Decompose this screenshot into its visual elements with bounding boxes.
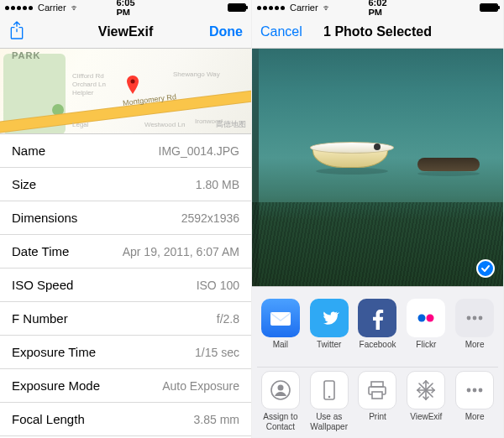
- svg-point-28: [467, 388, 471, 393]
- twitter-icon: [310, 299, 349, 337]
- map-street-label: Clifford Rd: [72, 72, 104, 80]
- table-row: F Numberf/2.8: [0, 302, 251, 336]
- cell-label: Twitter: [317, 340, 341, 358]
- svg-rect-15: [372, 392, 382, 399]
- cell-label: Mail: [273, 340, 288, 358]
- phone-viewexif: Carrier ᯤ 6:05 PM ViewExif Done PARK: [0, 0, 252, 438]
- wifi-icon: ᯤ: [323, 3, 332, 13]
- cell-label: More: [465, 412, 485, 430]
- signal-dot-icon: [269, 6, 273, 10]
- nav-bar: Cancel 1 Photo Selected: [252, 15, 503, 49]
- field-value: Auto Exposure: [162, 379, 239, 393]
- svg-point-10: [277, 385, 283, 391]
- done-button[interactable]: Done: [209, 24, 243, 39]
- table-row: Exposure Time1/15 sec: [0, 336, 251, 369]
- svg-point-8: [479, 316, 483, 321]
- table-row: NameIMG_0014.JPG: [0, 134, 251, 168]
- map-street-label: Orchard Ln: [72, 81, 106, 88]
- table-row: Date TimeApr 19, 2011, 6:07 AM: [0, 235, 251, 269]
- share-sheet-row-actions: Assign to Contact Use as Wallpaper Print…: [257, 368, 498, 431]
- exif-table: NameIMG_0014.JPG Size1.80 MB Dimensions2…: [0, 134, 251, 438]
- map-pin-icon[interactable]: [126, 76, 139, 99]
- share-sheet-row-apps: Mail Twitter Facebook Flickr: [257, 295, 498, 368]
- photo-preview[interactable]: [252, 49, 503, 286]
- map-provider-label: 高德地图: [216, 119, 246, 130]
- table-row: ISO SpeedISO 100: [0, 269, 251, 302]
- page-title: 1 Photo Selected: [323, 24, 432, 39]
- map-street-label: Westwood Ln: [144, 121, 185, 128]
- signal-dot-icon: [263, 6, 267, 10]
- selection-checkmark-icon[interactable]: [476, 259, 495, 278]
- share-facebook-button[interactable]: Facebook: [356, 299, 400, 358]
- field-value: IMG_0014.JPG: [159, 144, 240, 158]
- svg-rect-1: [15, 26, 19, 28]
- contact-icon: [261, 371, 300, 409]
- photo-boat: [312, 148, 388, 168]
- cell-label: Flickr: [416, 340, 436, 358]
- action-wallpaper-button[interactable]: Use as Wallpaper: [307, 371, 351, 431]
- share-button[interactable]: [8, 20, 25, 44]
- field-key: Exposure Mode: [12, 378, 100, 393]
- field-value: 1.80 MB: [196, 178, 239, 191]
- svg-point-12: [328, 396, 330, 399]
- signal-dot-icon: [257, 6, 261, 10]
- field-value: 1/15 sec: [195, 346, 239, 359]
- nav-bar: ViewExif Done: [0, 15, 251, 49]
- cancel-button[interactable]: Cancel: [260, 24, 302, 39]
- action-viewexif-button[interactable]: ViewExif: [404, 371, 448, 431]
- action-print-button[interactable]: Print: [356, 371, 400, 431]
- cell-label: Facebook: [360, 340, 396, 358]
- cell-label: Print: [369, 412, 386, 430]
- field-key: Focal Length: [12, 412, 85, 426]
- svg-point-4: [418, 315, 426, 322]
- map-park-label: PARK: [12, 50, 40, 60]
- map-street-label: Legal: [72, 121, 89, 128]
- signal-dot-icon: [23, 6, 27, 10]
- field-key: Date Time: [12, 244, 69, 258]
- field-key: Dimensions: [12, 211, 77, 225]
- signal-dot-icon: [29, 6, 33, 10]
- share-more-apps-button[interactable]: More: [453, 299, 496, 358]
- status-bar: Carrier ᯤ 6:02 PM: [252, 0, 503, 15]
- field-key: Name: [12, 143, 45, 158]
- field-key: ISO Speed: [12, 278, 73, 292]
- share-mail-button[interactable]: Mail: [259, 299, 302, 358]
- wifi-icon: ᯤ: [71, 3, 80, 13]
- svg-point-29: [473, 388, 477, 393]
- more-icon: [455, 299, 494, 337]
- map-view[interactable]: PARK Montgomery Rd Clifford Rd Orchard L…: [0, 49, 251, 134]
- status-bar: Carrier ᯤ 6:05 PM: [0, 0, 251, 15]
- printer-icon: [358, 371, 396, 409]
- battery-icon: [228, 3, 246, 12]
- field-key: Size: [12, 177, 36, 191]
- table-row: Exposure ModeAuto Exposure: [0, 369, 251, 403]
- share-flickr-button[interactable]: Flickr: [404, 299, 448, 358]
- signal-dot-icon: [11, 6, 15, 10]
- phone-sharesheet: Carrier ᯤ 6:02 PM Cancel 1 Photo Selecte…: [252, 0, 504, 438]
- signal-dot-icon: [17, 6, 21, 10]
- cell-label: More: [465, 340, 485, 358]
- map-street-label: Helpler: [72, 89, 93, 96]
- facebook-icon: [358, 299, 396, 337]
- svg-point-2: [131, 80, 135, 84]
- mail-icon: [261, 299, 300, 337]
- svg-rect-3: [270, 312, 291, 326]
- signal-dot-icon: [281, 6, 285, 10]
- flickr-icon: [407, 299, 445, 337]
- photo-log: [417, 158, 480, 171]
- map-road: [217, 49, 251, 120]
- carrier-label: Carrier: [290, 3, 318, 13]
- carrier-label: Carrier: [38, 3, 66, 13]
- action-assign-contact-button[interactable]: Assign to Contact: [259, 371, 302, 431]
- svg-point-7: [473, 316, 477, 321]
- signal-dot-icon: [5, 6, 9, 10]
- share-sheet: Mail Twitter Facebook Flickr: [252, 286, 503, 438]
- table-row: Focal Length3.85 mm: [0, 403, 251, 436]
- share-twitter-button[interactable]: Twitter: [307, 299, 351, 358]
- snowflake-icon: [407, 371, 445, 409]
- field-value: f/2.8: [217, 312, 239, 326]
- action-more-button[interactable]: More: [453, 371, 496, 431]
- field-value: Apr 19, 2011, 6:07 AM: [123, 245, 239, 258]
- share-icon: [8, 20, 25, 40]
- svg-point-6: [467, 316, 471, 321]
